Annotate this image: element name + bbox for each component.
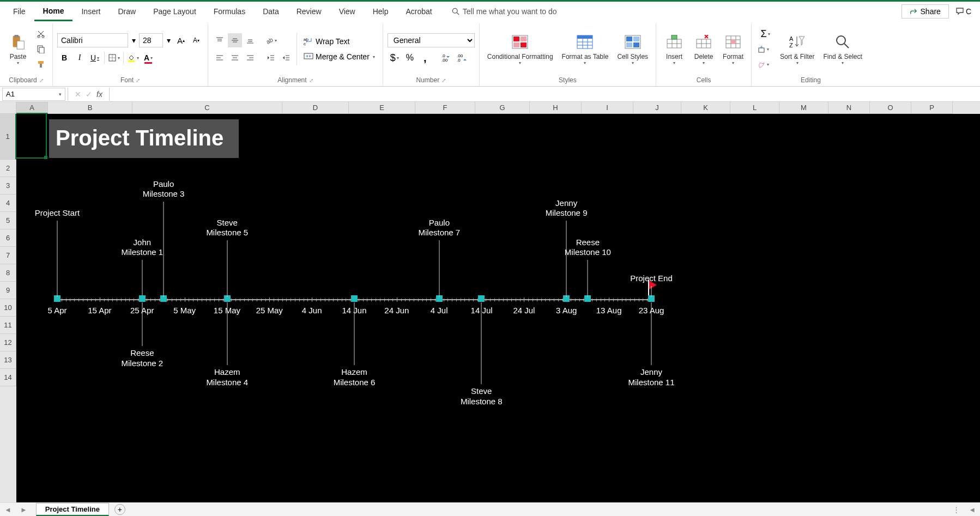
font-name-input[interactable] — [57, 33, 128, 47]
align-bottom-button[interactable] — [243, 33, 257, 47]
tab-acrobat[interactable]: Acrobat — [397, 3, 441, 20]
orientation-button[interactable]: ab — [264, 33, 278, 47]
decrease-indent-button[interactable] — [264, 51, 278, 65]
increase-indent-button[interactable] — [279, 51, 293, 65]
tab-help[interactable]: Help — [364, 3, 397, 20]
align-top-button[interactable] — [213, 33, 227, 47]
row-header-6[interactable]: 6 — [0, 229, 16, 247]
row-header-7[interactable]: 7 — [0, 247, 16, 264]
decrease-font-button[interactable]: A▾ — [189, 33, 203, 47]
sort-filter-button[interactable]: AZ Sort & Filter▾ — [777, 25, 818, 73]
col-header-N[interactable]: N — [828, 102, 870, 114]
row-header-8[interactable]: 8 — [0, 264, 16, 282]
row-header-5[interactable]: 5 — [0, 212, 16, 229]
enter-formula-button[interactable]: ✓ — [86, 90, 92, 99]
col-header-M[interactable]: M — [779, 102, 828, 114]
select-all-corner[interactable] — [0, 102, 16, 114]
col-header-I[interactable]: I — [582, 102, 633, 114]
col-header-C[interactable]: C — [132, 102, 282, 114]
font-name-dropdown[interactable]: ▾ — [129, 33, 138, 47]
clipboard-launcher[interactable]: ⤢ — [39, 77, 44, 83]
row-header-2[interactable]: 2 — [0, 160, 16, 177]
sheet-tab-active[interactable]: Project Timeline — [36, 503, 109, 516]
row-header-9[interactable]: 9 — [0, 282, 16, 299]
col-header-K[interactable]: K — [681, 102, 730, 114]
name-box[interactable]: A1 ▾ — [2, 88, 65, 101]
wrap-text-button[interactable]: abc Wrap Text — [300, 35, 378, 47]
formula-input[interactable] — [110, 88, 980, 101]
tab-formulas[interactable]: Formulas — [205, 3, 254, 20]
col-header-L[interactable]: L — [730, 102, 779, 114]
font-size-input[interactable] — [139, 33, 163, 47]
conditional-formatting-button[interactable]: Conditional Formatting▾ — [484, 25, 556, 73]
tell-me-search[interactable]: Tell me what you want to do — [452, 7, 557, 16]
format-as-table-button[interactable]: Format as Table▾ — [559, 25, 612, 73]
tab-page-layout[interactable]: Page Layout — [144, 3, 205, 20]
font-color-button[interactable]: A — [141, 51, 155, 65]
font-size-dropdown[interactable]: ▾ — [164, 33, 173, 47]
sheet-area[interactable]: Project Timeline 5 Apr15 Apr25 Apr5 May1… — [16, 114, 980, 502]
tab-nav-prev[interactable]: ◄ — [0, 506, 16, 514]
autosum-button[interactable]: Σ — [756, 27, 775, 41]
comments-button[interactable]: C — [951, 5, 976, 18]
find-select-button[interactable]: Find & Select▾ — [820, 25, 865, 73]
borders-button[interactable] — [107, 51, 121, 65]
tab-review[interactable]: Review — [288, 3, 330, 20]
tab-view[interactable]: View — [330, 3, 364, 20]
tab-insert[interactable]: Insert — [72, 3, 109, 20]
bold-button[interactable]: B — [57, 51, 71, 65]
format-cells-button[interactable]: Format▾ — [719, 25, 747, 73]
alignment-launcher[interactable]: ⤢ — [309, 77, 313, 83]
underline-button[interactable]: U — [88, 51, 102, 65]
insert-function-button[interactable]: fx — [96, 90, 102, 99]
font-launcher[interactable]: ⤢ — [136, 77, 140, 83]
col-header-A[interactable]: A — [16, 102, 48, 114]
col-header-B[interactable]: B — [48, 102, 132, 114]
row-header-3[interactable]: 3 — [0, 177, 16, 195]
tab-split-handle[interactable]: ⋮ — [948, 506, 964, 514]
col-header-J[interactable]: J — [633, 102, 681, 114]
delete-cells-button[interactable]: Delete▾ — [690, 25, 717, 73]
row-header-4[interactable]: 4 — [0, 195, 16, 212]
insert-cells-button[interactable]: Insert▾ — [661, 25, 688, 73]
fill-button[interactable] — [756, 42, 770, 56]
col-header-O[interactable]: O — [870, 102, 911, 114]
row-header-14[interactable]: 14 — [0, 369, 16, 386]
cut-button[interactable] — [34, 27, 48, 41]
percent-format-button[interactable]: % — [403, 51, 417, 65]
increase-decimal-button[interactable]: .0.00 — [440, 51, 454, 65]
merge-center-button[interactable]: Merge & Center — [300, 51, 378, 63]
row-header-12[interactable]: 12 — [0, 334, 16, 351]
align-center-button[interactable] — [228, 51, 242, 65]
row-header-11[interactable]: 11 — [0, 317, 16, 334]
col-header-F[interactable]: F — [415, 102, 475, 114]
align-middle-button[interactable] — [228, 33, 242, 47]
share-button[interactable]: Share — [902, 4, 949, 19]
add-sheet-button[interactable]: + — [114, 504, 125, 515]
row-header-1[interactable]: 1 — [0, 114, 16, 160]
cell-styles-button[interactable]: Cell Styles▾ — [614, 25, 651, 73]
tab-draw[interactable]: Draw — [109, 3, 144, 20]
col-header-E[interactable]: E — [349, 102, 415, 114]
decrease-decimal-button[interactable]: .00.0 — [455, 51, 469, 65]
row-header-10[interactable]: 10 — [0, 299, 16, 317]
align-right-button[interactable] — [243, 51, 257, 65]
col-header-G[interactable]: G — [475, 102, 530, 114]
accounting-format-button[interactable]: $ — [388, 51, 402, 65]
format-painter-button[interactable] — [34, 57, 48, 71]
row-header-13[interactable]: 13 — [0, 351, 16, 369]
increase-font-button[interactable]: A▴ — [174, 33, 188, 47]
fill-color-button[interactable] — [126, 51, 140, 65]
col-header-P[interactable]: P — [911, 102, 953, 114]
hscroll-left[interactable]: ◄ — [964, 506, 980, 514]
comma-format-button[interactable]: , — [418, 51, 432, 65]
col-header-D[interactable]: D — [282, 102, 349, 114]
col-header-H[interactable]: H — [530, 102, 582, 114]
number-launcher[interactable]: ⤢ — [441, 77, 446, 83]
fill-handle[interactable] — [44, 156, 47, 159]
clear-button[interactable] — [756, 57, 770, 71]
number-format-select[interactable]: General — [388, 33, 475, 47]
paste-button[interactable]: Paste ▾ — [4, 25, 32, 73]
align-left-button[interactable] — [213, 51, 227, 65]
tab-file[interactable]: File — [4, 3, 34, 20]
